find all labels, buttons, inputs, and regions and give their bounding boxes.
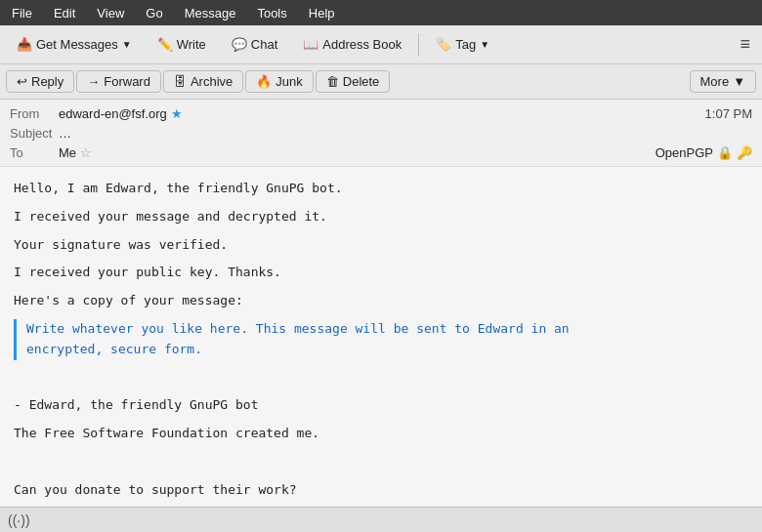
to-label: To bbox=[10, 145, 59, 160]
body-line3: Your signature was verified. bbox=[14, 235, 748, 256]
email-time: 1:07 PM bbox=[705, 106, 752, 121]
get-messages-button[interactable]: 📥 Get Messages ▼ bbox=[6, 32, 143, 57]
status-bar: ((·)) bbox=[0, 507, 762, 532]
archive-icon: 🗄 bbox=[174, 74, 187, 89]
junk-button[interactable]: 🔥 Junk bbox=[245, 70, 313, 93]
chat-button[interactable]: 💬 Chat bbox=[221, 32, 288, 57]
menu-edit[interactable]: Edit bbox=[46, 4, 83, 22]
body-signature-line1: - Edward, the friendly GnuPG bot bbox=[14, 395, 748, 416]
archive-label: Archive bbox=[190, 74, 233, 89]
wifi-icon: ((·)) bbox=[8, 512, 30, 528]
body-donate-text: Can you donate to support their work? bbox=[14, 480, 748, 501]
chat-icon: 💬 bbox=[232, 37, 247, 52]
subject-value: … bbox=[59, 126, 71, 141]
get-messages-arrow-icon: ▼ bbox=[122, 39, 132, 50]
more-label: More bbox=[700, 74, 730, 89]
junk-icon: 🔥 bbox=[256, 74, 272, 89]
forward-label: Forward bbox=[104, 74, 150, 89]
from-row: From edward-en@fsf.org ★ 1:07 PM bbox=[10, 103, 752, 123]
get-messages-label: Get Messages bbox=[36, 37, 118, 52]
from-value: edward-en@fsf.org bbox=[59, 106, 167, 121]
more-button[interactable]: More ▼ bbox=[690, 70, 757, 93]
body-donate bbox=[14, 452, 748, 472]
chat-label: Chat bbox=[251, 37, 277, 52]
write-label: Write bbox=[177, 37, 206, 52]
menu-view[interactable]: View bbox=[89, 4, 132, 22]
write-icon: ✏️ bbox=[157, 37, 173, 52]
body-signature-line2: The Free Software Foundation created me. bbox=[14, 424, 748, 444]
reply-label: Reply bbox=[31, 74, 64, 89]
tag-button[interactable]: 🏷️ Tag ▼ bbox=[425, 32, 500, 57]
address-book-label: Address Book bbox=[322, 37, 402, 52]
tag-arrow-icon: ▼ bbox=[480, 39, 489, 50]
reply-icon: ↩ bbox=[17, 74, 27, 89]
write-button[interactable]: ✏️ Write bbox=[147, 32, 217, 57]
archive-button[interactable]: 🗄 Archive bbox=[163, 70, 243, 93]
body-line1: Hello, I am Edward, the friendly GnuPG b… bbox=[14, 179, 748, 199]
address-book-button[interactable]: 📖 Address Book bbox=[292, 32, 412, 57]
lock-icon: 🔒 bbox=[717, 145, 733, 160]
junk-label: Junk bbox=[275, 74, 302, 89]
to-row: To Me ☆ OpenPGP 🔒 🔑 bbox=[10, 143, 752, 162]
menu-go[interactable]: Go bbox=[138, 4, 170, 22]
reply-button[interactable]: ↩ Reply bbox=[6, 70, 74, 93]
menu-message[interactable]: Message bbox=[177, 4, 244, 22]
delete-button[interactable]: 🗑 Delete bbox=[316, 70, 391, 93]
toolbar: 📥 Get Messages ▼ ✏️ Write 💬 Chat 📖 Addre… bbox=[0, 25, 762, 64]
delete-icon: 🗑 bbox=[326, 74, 339, 89]
delete-label: Delete bbox=[343, 74, 380, 89]
subject-label: Subject bbox=[10, 126, 59, 141]
quoted-text: Write whatever you like here. This messa… bbox=[14, 319, 748, 360]
to-star-icon: ☆ bbox=[80, 145, 92, 160]
tag-icon: 🏷️ bbox=[436, 37, 451, 52]
forward-button[interactable]: → Forward bbox=[76, 70, 161, 93]
body-line5: Here's a copy of your message: bbox=[14, 291, 748, 311]
menu-file[interactable]: File bbox=[4, 4, 40, 22]
tag-label: Tag bbox=[455, 37, 476, 52]
body-line4: I received your public key. Thanks. bbox=[14, 263, 748, 283]
menu-tools[interactable]: Tools bbox=[249, 4, 294, 22]
subject-row: Subject … bbox=[10, 123, 752, 143]
toolbar-separator bbox=[418, 33, 419, 57]
more-arrow-icon: ▼ bbox=[733, 74, 745, 89]
hamburger-button[interactable]: ≡ bbox=[734, 32, 756, 57]
email-header: From edward-en@fsf.org ★ 1:07 PM Subject… bbox=[0, 100, 762, 167]
quote-text: Write whatever you like here. This messa… bbox=[26, 321, 570, 356]
get-messages-icon: 📥 bbox=[17, 37, 32, 52]
email-body: Hello, I am Edward, the friendly GnuPG b… bbox=[0, 167, 762, 507]
star-icon[interactable]: ★ bbox=[171, 106, 183, 121]
action-bar: ↩ Reply → Forward 🗄 Archive 🔥 Junk 🗑 Del… bbox=[0, 64, 762, 100]
from-label: From bbox=[10, 106, 59, 121]
body-signature1 bbox=[14, 368, 748, 389]
body-line2: I received your message and decrypted it… bbox=[14, 207, 748, 227]
to-value: Me bbox=[59, 145, 76, 160]
openpgp-label: OpenPGP bbox=[656, 145, 713, 160]
menu-help[interactable]: Help bbox=[301, 4, 343, 22]
openpgp-section: OpenPGP 🔒 🔑 bbox=[656, 145, 752, 160]
address-book-icon: 📖 bbox=[303, 37, 318, 52]
menu-bar: File Edit View Go Message Tools Help bbox=[0, 0, 762, 25]
forward-icon: → bbox=[87, 74, 100, 89]
key-icon: 🔑 bbox=[737, 145, 752, 160]
